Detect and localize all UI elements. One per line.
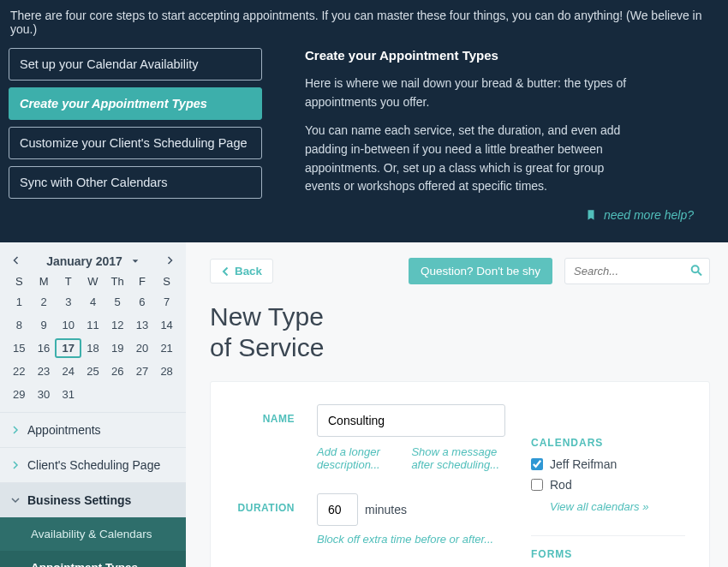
cal-day[interactable]: 24 [56,362,81,380]
cal-day[interactable]: 11 [81,316,105,334]
hero-right-p2: You can name each service, set the durat… [305,122,630,196]
chevron-right-icon [164,255,175,266]
bookmark-icon [585,209,597,221]
calendars-heading: CALENDARS [531,437,685,449]
sidebar-item-appointments[interactable]: Appointments [0,412,186,447]
cal-day[interactable]: 8 [7,316,32,334]
cal-day[interactable]: 22 [7,362,32,380]
need-more-help-link[interactable]: need more help? [305,208,694,222]
cal-day[interactable]: 9 [32,316,57,334]
show-message-link[interactable]: Show a message after scheduling... [411,445,505,471]
view-all-calendars-link[interactable]: View all calendars » [550,500,648,513]
hero-intro: There are four core steps to start accep… [10,9,719,36]
search-input[interactable] [564,258,710,284]
cal-day[interactable]: 14 [154,316,179,334]
cal-day[interactable]: 13 [130,316,155,334]
chevron-right-icon [10,460,21,470]
cal-day[interactable]: 25 [81,362,105,380]
calendar-checkbox-rod[interactable]: Rod [531,478,685,492]
cal-day[interactable]: 2 [32,293,57,311]
cal-day[interactable]: 16 [32,339,57,357]
sidebar-item-label: Client's Scheduling Page [27,458,160,472]
subnav-availability-calendars[interactable]: Availability & Calendars [0,517,186,551]
need-more-help-text: need more help? [604,208,694,222]
calendar-name: Jeff Reifman [550,457,617,471]
sidebar-item-business-settings[interactable]: Business Settings [0,482,186,517]
step-client-scheduling-page[interactable]: Customize your Client's Scheduling Page [9,127,262,159]
cal-title[interactable]: January 2017 [46,254,140,268]
checkbox-input[interactable] [531,479,543,491]
hero-right-p1: Here is where we nail down your bread & … [305,75,630,111]
chevron-down-icon [10,495,21,505]
cal-day[interactable]: 7 [154,293,179,311]
cal-dow: S [7,275,32,288]
cal-day[interactable]: 3 [56,293,81,311]
cal-day[interactable]: 26 [105,362,130,380]
cal-dow: T [56,275,81,288]
sidebar-item-client-scheduling[interactable]: Client's Scheduling Page [0,447,186,482]
chevron-left-icon [11,255,21,266]
cal-day[interactable]: 27 [130,362,155,380]
add-description-link[interactable]: Add a longer description... [317,445,385,471]
cal-day[interactable]: 19 [105,339,130,357]
calendar-checkbox-jeff[interactable]: Jeff Reifman [531,457,685,471]
block-off-time-link[interactable]: Block off extra time before or after... [317,533,493,546]
calendar-name: Rod [550,478,572,492]
cal-day[interactable]: 31 [56,385,81,403]
cal-dow: M [32,275,57,288]
chevron-left-icon [221,266,231,277]
step-appointment-types[interactable]: Create your Appointment Types [9,87,262,120]
step-sync-calendars[interactable]: Sync with Other Calendars [9,166,262,199]
sidebar-item-label: Business Settings [27,493,131,507]
name-input[interactable] [317,404,505,437]
checkbox-input[interactable] [531,458,543,470]
duration-label: DURATION [235,493,295,514]
question-button[interactable]: Question? Don't be shy [409,258,552,284]
cal-day[interactable]: 18 [81,339,105,357]
cal-dow: Th [105,275,130,288]
cal-day[interactable]: 5 [105,293,130,311]
svg-point-0 [692,266,699,272]
cal-prev[interactable] [7,254,26,268]
cal-day[interactable]: 6 [130,293,155,311]
back-button[interactable]: Back [210,259,273,284]
cal-dow: W [81,275,105,288]
page-title: New Type of Service [210,301,710,362]
cal-dow: S [154,275,179,288]
minutes-label: minutes [365,503,407,516]
cal-day[interactable]: 1 [7,293,32,311]
cal-day[interactable]: 29 [7,385,32,403]
step-calendar-availability[interactable]: Set up your Calendar Availability [9,48,262,81]
cal-day[interactable]: 10 [56,316,81,334]
cal-day[interactable]: 21 [154,339,179,357]
duration-input[interactable] [317,493,358,526]
name-label: NAME [235,404,295,425]
hero-steps-list: Set up your Calendar Availability Create… [9,48,262,222]
search-icon[interactable] [689,263,703,279]
cal-day[interactable]: 28 [154,362,179,380]
cal-day[interactable]: 17 [56,339,81,357]
cal-day[interactable]: 12 [105,316,130,334]
forms-heading: FORMS [531,535,685,560]
cal-day[interactable]: 20 [130,339,155,357]
cal-title-text: January 2017 [46,254,122,268]
cal-day[interactable]: 4 [81,293,105,311]
calendar-grid: SMTWThFS12345678910111213141516171819202… [7,275,179,403]
cal-next[interactable] [160,254,179,268]
caret-down-icon [131,257,140,266]
hero-right-title: Create your Appointment Types [305,48,694,63]
subnav-appointment-types[interactable]: Appointment Types [0,551,186,567]
chevron-right-icon [10,425,21,435]
cal-day[interactable]: 23 [32,362,57,380]
cal-day[interactable]: 15 [7,339,32,357]
cal-dow: F [130,275,155,288]
sidebar-item-label: Appointments [27,423,101,437]
cal-day[interactable]: 30 [32,385,57,403]
back-button-label: Back [235,265,262,278]
